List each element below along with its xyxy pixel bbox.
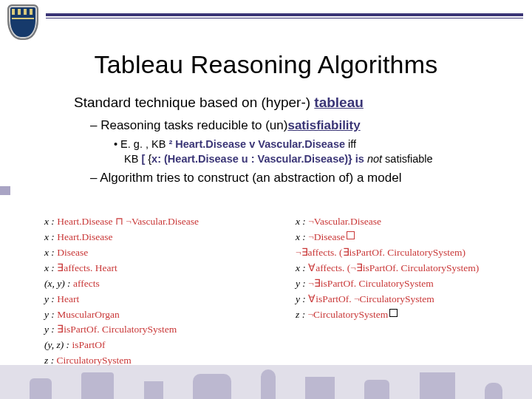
clash-box-icon xyxy=(389,309,398,317)
formula-row: x : ∃affects. Heart xyxy=(44,261,266,276)
keyword-tableau: tableau xyxy=(314,95,364,110)
and-symbol: u xyxy=(242,153,248,165)
formula-row: x : Heart.Disease ⊓ ¬Vascular.Disease xyxy=(44,214,266,230)
keyword-satisfiability: satisfiability xyxy=(287,118,360,132)
not-emph: not xyxy=(367,153,382,165)
slide-body: Standard technique based on (hyper-) tab… xyxy=(74,95,502,190)
concept: Vascular.Disease xyxy=(255,138,348,150)
bullet-level2: Reasoning tasks reducible to (un)satisfi… xyxy=(90,118,502,133)
concept: : (Heart.Disease xyxy=(157,153,242,165)
text: Reasoning tasks reducible to (un) xyxy=(100,118,287,132)
formula-row: y : ∀isPartOf. ¬CirculatorySystem xyxy=(296,292,479,307)
formula-row: y : ¬∃isPartOf. CirculatorySystem xyxy=(296,276,479,292)
building-icon xyxy=(364,380,389,399)
tableau-derivation: x : Heart.Disease ⊓ ¬Vascular.Diseasex :… xyxy=(44,214,517,369)
text: iff xyxy=(348,138,356,150)
building-icon xyxy=(305,377,335,399)
building-icon xyxy=(144,381,163,399)
formula-row: z : ¬CirculatorySystem xyxy=(296,307,479,323)
text: Algorithm tries to construct (an abstrac… xyxy=(100,171,401,185)
formula-row: y : ∃isPartOf. CirculatorySystem xyxy=(44,322,266,338)
formula-row: y : MuscularOrgan xyxy=(44,307,266,323)
slide-title: Tableau Reasoning Algorithms xyxy=(0,50,532,79)
text: Standard technique based on (hyper-) xyxy=(74,95,314,110)
var-x: x xyxy=(151,153,157,165)
text: satisfiable xyxy=(382,153,433,165)
concept: Heart.Disease xyxy=(172,138,249,150)
building-icon xyxy=(81,372,114,399)
formula-row: x : ¬Disease xyxy=(296,230,479,245)
building-icon xyxy=(193,374,231,399)
building-icon xyxy=(30,378,52,399)
text: E. g. , KB xyxy=(120,138,168,150)
header-rule-thin xyxy=(46,18,523,18)
building-icon xyxy=(261,369,276,399)
skyline-decoration xyxy=(0,365,532,399)
formula-row: ¬∃affects. (∃isPartOf. CirculatorySystem… xyxy=(296,245,479,261)
concept: : Vascular.Disease)} is xyxy=(248,153,367,165)
bullet-level2: Algorithm tries to construct (an abstrac… xyxy=(90,171,502,185)
header-rule-thick xyxy=(46,13,523,16)
building-icon xyxy=(420,372,455,399)
left-column: x : Heart.Disease ⊓ ¬Vascular.Diseasex :… xyxy=(44,214,266,369)
formula-row: x : ¬Vascular.Disease xyxy=(296,214,479,230)
formula-row: (x, y) : affects xyxy=(44,276,266,292)
formula-row: x : Heart.Disease xyxy=(44,230,266,245)
formula-row: (y, z) : isPartOf xyxy=(44,338,266,353)
text: { xyxy=(145,153,151,165)
formula-row: y : Heart xyxy=(44,292,266,307)
bullet-level3: E. g. , KB ² Heart.Disease v Vascular.Di… xyxy=(114,137,502,166)
side-tab-decoration xyxy=(0,186,10,195)
formula-row: x : Disease xyxy=(44,245,266,261)
right-column: x : ¬Vascular.Diseasex : ¬Disease¬∃affec… xyxy=(296,214,479,369)
university-crest-icon xyxy=(7,4,38,41)
formula-row: x : ∀affects. (¬∃isPartOf. CirculatorySy… xyxy=(296,261,479,276)
bullet-level1: Standard technique based on (hyper-) tab… xyxy=(74,95,502,111)
text: KB xyxy=(124,153,141,165)
building-icon xyxy=(485,383,502,399)
clash-box-icon xyxy=(347,231,355,239)
